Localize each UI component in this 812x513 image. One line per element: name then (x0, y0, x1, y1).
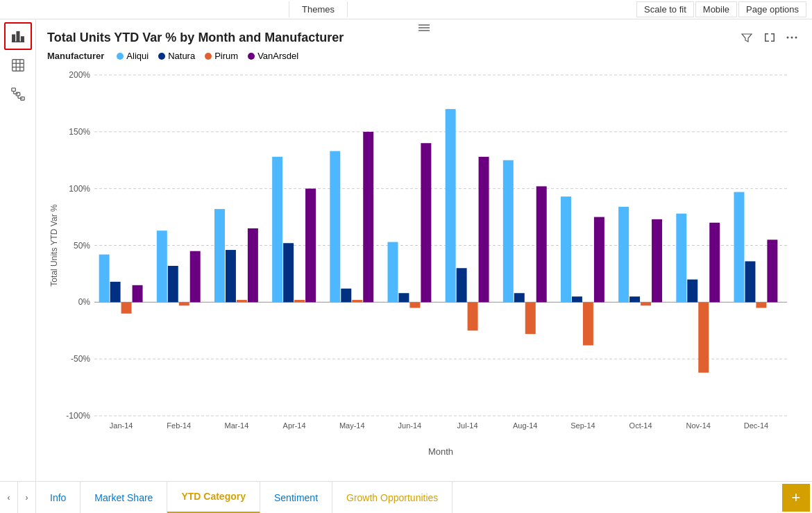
legend-item-pirum: Pirum (205, 51, 238, 61)
svg-rect-44 (168, 266, 178, 302)
svg-rect-58 (330, 151, 340, 303)
bar-chart-icon[interactable] (4, 22, 32, 50)
chart-area: Total Units YTD Var % by Month and Manuf… (36, 19, 812, 481)
tab-market-share[interactable]: Market Share (81, 482, 167, 514)
svg-rect-9 (11, 88, 15, 92)
svg-rect-85 (641, 302, 651, 305)
svg-rect-76 (536, 186, 547, 302)
svg-rect-64 (398, 293, 409, 302)
vanarsdel-dot (248, 53, 255, 60)
svg-text:Nov-14: Nov-14 (686, 421, 711, 430)
sidebar (0, 19, 36, 481)
main-layout: Total Units YTD Var % by Month and Manuf… (0, 19, 812, 481)
svg-text:Apr-14: Apr-14 (283, 421, 306, 430)
tab-sentiment[interactable]: Sentiment (260, 482, 332, 514)
hierarchy-icon[interactable] (4, 81, 32, 108)
filter-icon[interactable] (738, 31, 755, 47)
themes-button[interactable]: Themes (289, 1, 348, 17)
top-bar-right: Scale to fit Mobile Page options (636, 1, 812, 17)
svg-text:Feb-14: Feb-14 (167, 421, 191, 430)
hamburger-icon[interactable] (417, 22, 431, 37)
svg-text:Aug-14: Aug-14 (513, 421, 537, 430)
svg-rect-40 (121, 302, 132, 313)
svg-rect-51 (248, 228, 258, 302)
bottom-tabs: ‹ › Info Market Share YTD Category Senti… (0, 481, 812, 513)
svg-text:Jul-14: Jul-14 (457, 421, 478, 430)
page-options-button[interactable]: Page options (738, 1, 806, 17)
svg-rect-55 (294, 300, 305, 302)
natura-label: Natura (168, 51, 195, 61)
svg-point-18 (795, 37, 797, 39)
svg-rect-41 (133, 285, 143, 303)
svg-text:100%: 100% (69, 184, 90, 194)
svg-rect-91 (709, 223, 720, 303)
svg-rect-59 (341, 289, 351, 303)
tab-nav-prev[interactable]: ‹ (0, 482, 18, 514)
tabs-list: Info Market Share YTD Category Sentiment… (36, 482, 780, 514)
tab-nav-next[interactable]: › (18, 482, 36, 514)
svg-text:May-14: May-14 (339, 421, 365, 430)
svg-point-17 (791, 37, 793, 39)
svg-text:-100%: -100% (66, 411, 90, 421)
svg-rect-53 (272, 157, 282, 302)
svg-rect-43 (157, 230, 167, 302)
svg-rect-83 (618, 207, 629, 302)
svg-rect-2 (21, 37, 24, 42)
more-options-icon[interactable] (783, 31, 801, 47)
tab-info[interactable]: Info (36, 482, 81, 514)
svg-text:0%: 0% (78, 297, 91, 307)
aliqui-label: Aliqui (126, 51, 149, 61)
svg-rect-68 (446, 109, 456, 302)
expand-icon[interactable] (761, 31, 777, 47)
natura-dot (158, 53, 165, 60)
svg-rect-38 (99, 255, 110, 303)
scale-to-fit-button[interactable]: Scale to fit (636, 1, 694, 17)
svg-rect-84 (629, 296, 640, 302)
pirum-dot (205, 53, 212, 60)
mobile-button[interactable]: Mobile (695, 1, 737, 17)
svg-rect-88 (676, 214, 686, 303)
svg-rect-60 (352, 300, 362, 302)
add-tab-button[interactable]: + (782, 484, 810, 512)
svg-rect-61 (363, 132, 373, 303)
top-bar-center: Themes (0, 1, 636, 17)
svg-text:200%: 200% (69, 70, 90, 80)
svg-text:Oct-14: Oct-14 (629, 421, 652, 430)
svg-rect-73 (503, 160, 514, 303)
svg-rect-66 (421, 143, 431, 302)
svg-rect-56 (305, 189, 316, 303)
top-bar: Themes Scale to fit Mobile Page options (0, 0, 812, 19)
chart-container: 200%150%100%50%0%-50%-100%Total Units YT… (47, 68, 801, 457)
svg-rect-80 (583, 302, 593, 345)
svg-text:50%: 50% (74, 241, 90, 251)
bar-chart-svg: 200%150%100%50%0%-50%-100%Total Units YT… (47, 68, 801, 457)
svg-rect-4 (12, 60, 24, 72)
svg-rect-0 (12, 35, 15, 42)
pirum-label: Pirum (214, 51, 238, 61)
svg-rect-46 (190, 251, 201, 303)
svg-rect-86 (652, 219, 662, 302)
svg-rect-65 (409, 302, 420, 308)
svg-text:Mar-14: Mar-14 (225, 421, 249, 430)
legend-item-vanarsdel: VanArsdel (248, 51, 298, 61)
svg-rect-45 (179, 302, 189, 305)
svg-rect-49 (226, 250, 236, 302)
svg-text:-50%: -50% (71, 354, 90, 364)
svg-point-16 (787, 37, 789, 39)
svg-rect-63 (387, 242, 398, 303)
chart-icons (738, 31, 801, 47)
svg-rect-50 (237, 300, 247, 302)
svg-rect-39 (110, 282, 121, 302)
svg-text:Sep-14: Sep-14 (570, 421, 595, 430)
tab-growth-opportunities[interactable]: Growth Opportunities (332, 482, 452, 514)
tab-ytd-category[interactable]: YTD Category (167, 482, 260, 514)
svg-rect-78 (561, 196, 571, 302)
legend-item-aliqui: Aliqui (117, 51, 149, 61)
aliqui-dot (117, 53, 124, 60)
table-icon[interactable] (4, 51, 32, 79)
svg-text:150%: 150% (69, 127, 90, 137)
svg-text:Month: Month (428, 446, 453, 457)
svg-text:Dec-14: Dec-14 (744, 421, 768, 430)
svg-rect-94 (745, 261, 755, 302)
svg-rect-79 (572, 296, 582, 302)
